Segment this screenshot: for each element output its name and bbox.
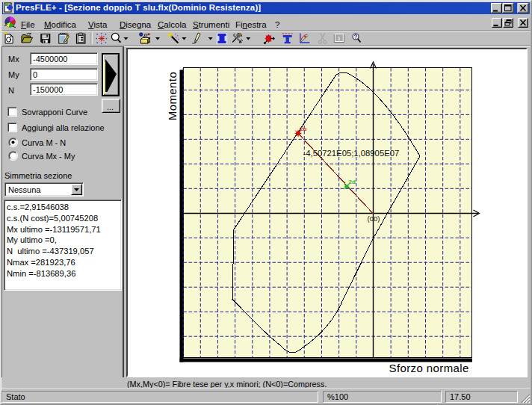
svg-text:2u: 2u xyxy=(300,126,306,132)
svg-text:Momento: Momento xyxy=(166,72,179,120)
svg-text:2d: 2d xyxy=(349,179,356,185)
svg-text:Sforzo normale: Sforzo normale xyxy=(389,362,469,374)
svg-text:-4,50721E05;1,08905E07: -4,50721E05;1,08905E07 xyxy=(303,149,400,158)
svg-text:(00): (00) xyxy=(368,214,380,223)
svg-text:1: 1 xyxy=(338,35,341,42)
